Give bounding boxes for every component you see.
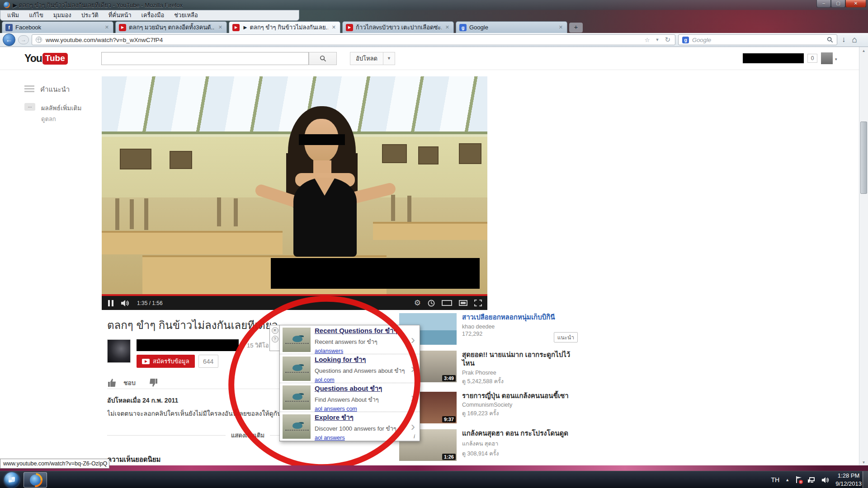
suggested-title[interactable]: รายการญี่ปุ่น ตอนแกล้งคนนอนขี้เซา [462, 392, 582, 400]
refresh-icon[interactable]: ↻ [664, 36, 671, 44]
video-frame[interactable] [102, 76, 487, 294]
suggested-video-row[interactable]: 1:26 แกล้งคนสุดฮา ตอน กระโปรงโดนดูด แกล้… [399, 429, 582, 461]
tab-youtube-muaythai[interactable]: ▶ ก้าวไกลvsบัวขาว เตะปากเลือดซ่ะ.f... ✕ [342, 21, 454, 33]
window-titlebar[interactable]: ▶ ตลกๆ ขำๆ กินข้าวไม่ลงกันเลยทีเดียว - Y… [0, 0, 868, 10]
censor-bar-eyes [299, 134, 345, 145]
volume-icon[interactable] [121, 300, 130, 306]
start-button[interactable] [4, 472, 19, 488]
tray-expand-icon[interactable]: ▲ [785, 478, 789, 482]
youtube-search-button[interactable] [309, 52, 337, 65]
clock[interactable]: 1:28 PM 9/12/2013 [835, 472, 862, 488]
network-icon[interactable] [808, 477, 816, 483]
magnifier-icon[interactable] [827, 37, 833, 43]
suggested-channel[interactable]: แกล้งคน สุดฮา [462, 439, 582, 448]
menu-edit[interactable]: แก้ไข [24, 10, 48, 20]
menu-history[interactable]: ประวัติ [76, 10, 104, 20]
pause-button[interactable] [108, 300, 113, 306]
search-placeholder[interactable]: Google [692, 37, 824, 43]
menu-view[interactable]: มุมมอง [48, 10, 76, 20]
video-scene-board [459, 143, 481, 164]
avatar-caret-icon[interactable]: ▾ [835, 57, 837, 61]
video-scene-board [382, 144, 407, 163]
suggested-title[interactable]: สุดยอด!! นายแน่มาก เอากระดูกไปไว้ไหน [462, 351, 582, 368]
menu-file[interactable]: แฟ้ม [2, 10, 24, 20]
google-search-icon[interactable]: g [682, 37, 689, 43]
url-dropdown-icon[interactable]: ▼ [655, 38, 660, 42]
video-player[interactable]: 1:35 / 1:56 ⚙ [102, 76, 487, 310]
youtube-search-input[interactable] [101, 52, 309, 65]
sidebar-item-label: คำแนะนำ [40, 84, 70, 95]
suggested-views: ดู 5,242,588 ครั้ง [462, 377, 582, 386]
like-label[interactable]: ชอบ [123, 378, 136, 388]
home-icon[interactable]: ⌂ [850, 35, 859, 45]
language-indicator[interactable]: TH [771, 476, 780, 483]
like-icon[interactable] [107, 378, 117, 388]
upload-caret-icon[interactable]: ▼ [383, 52, 395, 65]
suggested-video-row[interactable]: 3:49 สุดยอด!! นายแน่มาก เอากระดูกไปไว้ไห… [399, 351, 582, 386]
suggested-video-row[interactable]: สาวเปลือยอกหลอกหนุ่มเก็บบิกินี khao deed… [399, 313, 582, 345]
youtube-logo[interactable]: You Tube [24, 52, 68, 65]
suggested-title[interactable]: แกล้งคนสุดฮา ตอน กระโปรงโดนดูด [462, 429, 582, 438]
menu-help[interactable]: ช่วยเหลือ [169, 10, 203, 20]
notification-count[interactable]: 0 [807, 54, 817, 63]
theater-mode-icon[interactable] [459, 300, 467, 306]
upload-button[interactable]: อัปโหลด ▼ [350, 52, 395, 65]
tab-close-icon[interactable]: ✕ [331, 24, 337, 30]
chevron-right-icon[interactable]: › [411, 333, 418, 346]
downloads-icon[interactable]: ↓ [840, 35, 848, 44]
upload-label[interactable]: อัปโหลด [350, 52, 383, 65]
suggested-channel[interactable]: khao deedee [462, 324, 582, 330]
volume-tray-icon[interactable] [821, 477, 830, 483]
avatar[interactable] [821, 52, 833, 64]
tab-bar: f Facebook ✕ ▶ ตลกๆ มวยมันๆ ตกลงอีดทั้ง3… [0, 21, 868, 33]
video-scene-board [170, 151, 192, 169]
tab-label: ► ตลกๆ ขำๆ กินข้าวไม่ลงกันเลย... [242, 23, 328, 32]
tab-close-icon[interactable]: ✕ [558, 24, 564, 30]
youtube-icon: ▶ [119, 24, 126, 31]
sidebar-item-recommended[interactable]: คำแนะนำ [24, 84, 70, 95]
bookmark-star-icon[interactable]: ☆ [644, 37, 651, 43]
tab-close-icon[interactable]: ✕ [444, 24, 450, 30]
tab-youtube-current[interactable]: ▶ ► ตลกๆ ขำๆ กินข้าวไม่ลงกันเลย... ✕ [229, 21, 340, 33]
subscribe-button[interactable]: สมัครรับข้อมูล [137, 355, 195, 368]
menu-bookmarks[interactable]: ที่คั่นหน้า [104, 10, 137, 20]
uploader-avatar[interactable] [107, 339, 131, 363]
dislike-icon[interactable] [148, 378, 158, 388]
show-desktop-button[interactable] [863, 471, 868, 488]
duration-badge: 1:26 [442, 454, 456, 460]
url-bar[interactable]: www.youtube.com/watch?v=b_wXnwC7fP4 ☆ ▼ … [32, 34, 675, 45]
minimize-button[interactable]: – [816, 0, 831, 8]
censored-uploader-name [137, 339, 239, 351]
scroll-up-icon[interactable]: ▲ [859, 47, 868, 55]
wide-player-icon[interactable] [442, 300, 452, 306]
suggested-title[interactable]: สาวเปลือยอกหลอกหนุ่มเก็บบิกินี [462, 313, 582, 322]
sidebar-item-more-results[interactable]: ... ผลลัพธ์เพิ่มเติม ดูตลก [24, 103, 81, 124]
tab-close-icon[interactable]: ✕ [104, 24, 110, 30]
tab-close-icon[interactable]: ✕ [217, 24, 223, 30]
tab-facebook[interactable]: f Facebook ✕ [2, 21, 113, 33]
close-button[interactable]: ✕ [845, 0, 866, 8]
tab-youtube-boxing[interactable]: ▶ ตลกๆ มวยมันๆ ตกลงอีดทั้ง3คนดั... ✕ [115, 21, 227, 33]
search-bar[interactable]: g Google [678, 34, 837, 45]
action-center-flag-icon[interactable]: ✕ [795, 476, 802, 483]
watch-later-icon[interactable] [428, 300, 435, 307]
menu-tools[interactable]: เครื่องมือ [137, 10, 170, 20]
suggested-channel[interactable]: Prak Phosree [462, 370, 582, 376]
suggested-channel[interactable]: CommunismSociety [462, 402, 582, 408]
time-display: 1:35 / 1:56 [137, 300, 163, 306]
back-button[interactable]: ← [3, 33, 15, 46]
fullscreen-icon[interactable] [474, 300, 482, 306]
scrollbar-thumb[interactable] [860, 122, 867, 194]
taskbar-firefox-button[interactable] [24, 472, 47, 488]
video-scene-chair [144, 198, 148, 230]
settings-gear-icon[interactable]: ⚙ [414, 299, 421, 307]
suggested-video-row[interactable]: 9:37 รายการญี่ปุ่น ตอนแกล้งคนนอนขี้เซา C… [399, 392, 582, 423]
maximize-button[interactable]: ▢ [831, 0, 845, 8]
chevron-right-icon[interactable]: › [411, 420, 418, 433]
page-scrollbar[interactable]: ▲ ▼ [859, 47, 868, 466]
url-text[interactable]: www.youtube.com/watch?v=b_wXnwC7fP4 [46, 37, 640, 43]
tab-google[interactable]: g Google ✕ [456, 21, 567, 33]
forward-button[interactable]: → [18, 35, 29, 44]
ad-info-icon[interactable]: i [414, 433, 415, 440]
new-tab-button[interactable]: + [569, 23, 583, 33]
